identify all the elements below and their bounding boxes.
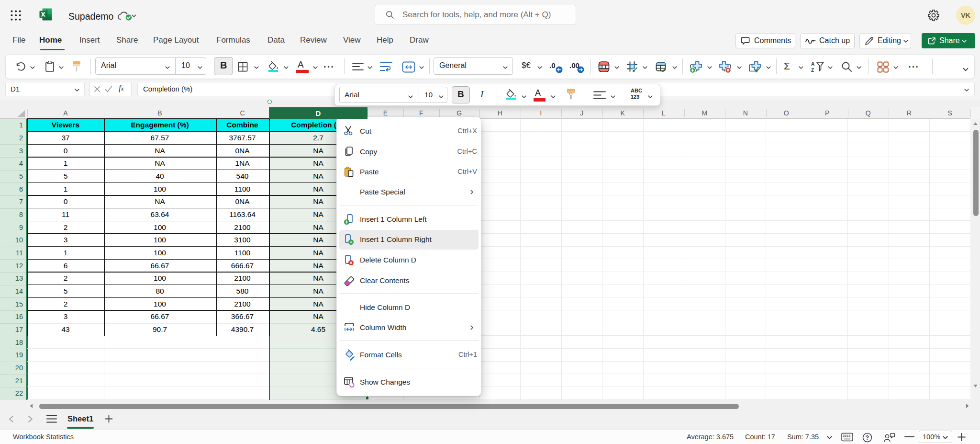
svg-text:Z: Z [811, 68, 814, 73]
svg-text:?: ? [866, 434, 869, 441]
svg-text:A: A [811, 61, 814, 67]
